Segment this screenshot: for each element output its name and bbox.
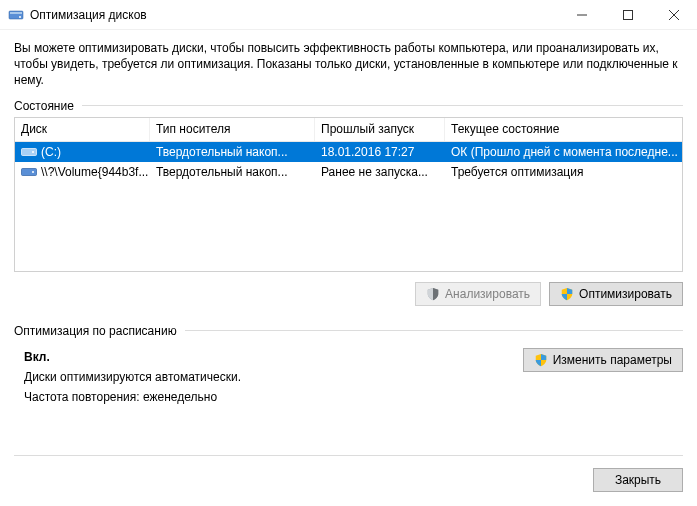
footer: Закрыть [14, 455, 683, 492]
close-label: Закрыть [615, 473, 661, 487]
drive-icon [21, 146, 37, 158]
svg-point-2 [19, 16, 21, 18]
column-status[interactable]: Текущее состояние [445, 118, 682, 141]
cell-disk: \\?\Volume{944b3f... [15, 165, 150, 179]
drives-listview[interactable]: Диск Тип носителя Прошлый запуск Текущее… [14, 117, 683, 272]
schedule-section-label: Оптимизация по расписанию [14, 324, 683, 338]
cell-disk-text: \\?\Volume{944b3f... [41, 165, 148, 179]
change-settings-button[interactable]: Изменить параметры [523, 348, 683, 372]
schedule-freq-text: Частота повторения: еженедельно [24, 390, 673, 404]
divider [185, 330, 683, 331]
analyze-label: Анализировать [445, 287, 530, 301]
window-title: Оптимизация дисков [30, 8, 559, 22]
drive-icon [21, 166, 37, 178]
svg-rect-4 [624, 10, 633, 19]
close-button[interactable] [651, 0, 697, 30]
cell-media: Твердотельный накоп... [150, 165, 315, 179]
divider [82, 105, 683, 106]
table-row[interactable]: \\?\Volume{944b3f...Твердотельный накоп.… [15, 162, 682, 182]
svg-rect-7 [22, 148, 37, 155]
schedule-auto-text: Диски оптимизируются автоматически. [24, 370, 673, 384]
cell-media: Твердотельный накоп... [150, 145, 315, 159]
action-buttons: Анализировать Оптимизировать [14, 282, 683, 306]
shield-icon [534, 353, 548, 367]
close-dialog-button[interactable]: Закрыть [593, 468, 683, 492]
description-text: Вы можете оптимизировать диски, чтобы по… [14, 40, 683, 89]
maximize-button[interactable] [605, 0, 651, 30]
list-header: Диск Тип носителя Прошлый запуск Текущее… [15, 118, 682, 142]
optimize-button[interactable]: Оптимизировать [549, 282, 683, 306]
cell-last-run: 18.01.2016 17:27 [315, 145, 445, 159]
minimize-button[interactable] [559, 0, 605, 30]
optimize-label: Оптимизировать [579, 287, 672, 301]
column-media[interactable]: Тип носителя [150, 118, 315, 141]
cell-status: ОК (Прошло дней с момента последне... [445, 145, 682, 159]
schedule-block: Вкл. Диски оптимизируются автоматически.… [14, 342, 683, 404]
divider [14, 455, 683, 456]
svg-rect-9 [22, 168, 37, 175]
cell-last-run: Ранее не запуска... [315, 165, 445, 179]
svg-point-8 [32, 151, 34, 153]
analyze-button: Анализировать [415, 282, 541, 306]
cell-disk-text: (C:) [41, 145, 61, 159]
status-section-label: Состояние [14, 99, 683, 113]
title-bar: Оптимизация дисков [0, 0, 697, 30]
table-row[interactable]: (C:)Твердотельный накоп...18.01.2016 17:… [15, 142, 682, 162]
cell-disk: (C:) [15, 145, 150, 159]
column-disk[interactable]: Диск [15, 118, 150, 141]
change-settings-label: Изменить параметры [553, 353, 672, 367]
status-label-text: Состояние [14, 99, 74, 113]
svg-rect-1 [10, 12, 22, 14]
cell-status: Требуется оптимизация [445, 165, 682, 179]
svg-point-10 [32, 171, 34, 173]
shield-icon [426, 287, 440, 301]
column-last-run[interactable]: Прошлый запуск [315, 118, 445, 141]
schedule-label-text: Оптимизация по расписанию [14, 324, 177, 338]
app-icon [8, 7, 24, 23]
shield-icon [560, 287, 574, 301]
